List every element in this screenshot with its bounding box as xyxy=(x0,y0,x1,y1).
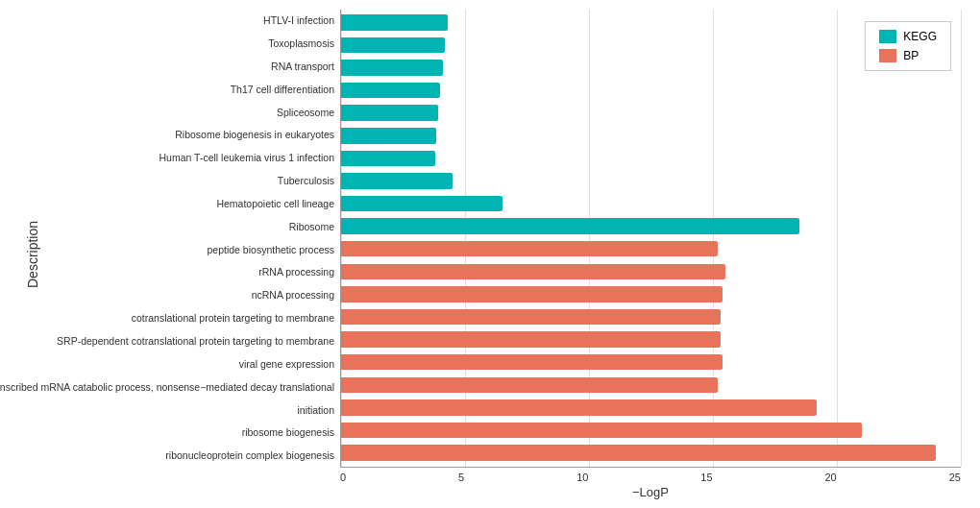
legend: KEGGBP xyxy=(865,21,951,71)
legend-color-box xyxy=(879,30,896,43)
y-label: rRNA processing xyxy=(258,267,334,278)
y-label: HTLV-I infection xyxy=(263,15,334,26)
legend-color-box xyxy=(879,49,896,62)
x-tick: 0 xyxy=(340,472,346,483)
bar-row xyxy=(341,79,961,102)
legend-label: BP xyxy=(903,49,919,62)
bar-bp xyxy=(341,423,862,439)
chart-area: HTLV-I infectionToxoplasmosisRNA transpo… xyxy=(42,10,961,468)
bar-row xyxy=(341,305,961,328)
y-label: ribosome biogenesis xyxy=(242,427,334,438)
bar-bp xyxy=(341,241,718,257)
grid-line xyxy=(961,10,962,467)
y-label: Human T-cell leukemia virus 1 infection xyxy=(159,153,334,163)
x-ticks: 0510152025 xyxy=(340,472,961,483)
x-tick: 20 xyxy=(825,472,837,483)
bar-row xyxy=(341,260,961,283)
bar-row xyxy=(341,192,961,215)
y-label: peptide biosynthetic process xyxy=(208,245,335,255)
y-label: Ribosome biogenesis in eukaryotes xyxy=(175,130,334,140)
x-tick: 5 xyxy=(458,472,464,483)
x-tick: 25 xyxy=(949,472,961,483)
y-label: viral gene expression xyxy=(239,359,334,370)
y-label: RNA transport xyxy=(271,61,334,72)
y-label: initiation xyxy=(297,405,334,416)
bar-bp xyxy=(341,331,721,348)
bar-row xyxy=(341,419,961,442)
bar-bp xyxy=(341,399,817,416)
bar-kegg xyxy=(341,196,502,212)
bar-bp xyxy=(341,354,723,371)
y-label: SRP-dependent cotranslational protein ta… xyxy=(57,336,334,347)
x-tick: 15 xyxy=(700,472,712,483)
y-labels: HTLV-I infectionToxoplasmosisRNA transpo… xyxy=(42,10,340,468)
y-label: cotranslational protein targeting to mem… xyxy=(132,313,334,324)
bar-row xyxy=(341,374,961,397)
bar-bp xyxy=(341,309,721,326)
y-axis-label: Description xyxy=(19,10,42,499)
bar-row xyxy=(341,147,961,170)
bar-row xyxy=(341,442,961,465)
bar-kegg xyxy=(341,60,443,76)
chart-inner: HTLV-I infectionToxoplasmosisRNA transpo… xyxy=(42,10,961,499)
y-label: Ribosome xyxy=(289,222,334,232)
bars-container xyxy=(341,10,961,467)
y-label: Hematopoietic cell lineage xyxy=(216,199,334,209)
legend-item: BP xyxy=(879,49,937,62)
bar-row xyxy=(341,397,961,420)
chart-container: Description HTLV-I infectionToxoplasmosi… xyxy=(19,10,961,499)
legend-item: KEGG xyxy=(879,30,937,43)
y-label: Spliceosome xyxy=(277,108,334,118)
legend-label: KEGG xyxy=(903,30,937,43)
bar-kegg xyxy=(341,173,453,189)
y-label: nuclear−transcribed mRNA catabolic proce… xyxy=(0,382,334,393)
bar-kegg xyxy=(341,105,438,121)
bar-row xyxy=(341,124,961,147)
bar-kegg xyxy=(341,83,440,99)
bar-bp xyxy=(341,377,718,394)
y-label: Toxoplasmosis xyxy=(268,38,334,49)
bar-kegg xyxy=(341,14,448,31)
plot-area: KEGGBP xyxy=(340,10,961,468)
x-tick: 10 xyxy=(576,472,588,483)
x-axis: 0510152025 xyxy=(42,468,961,483)
bar-bp xyxy=(341,264,725,280)
bar-kegg xyxy=(341,151,435,167)
x-axis-label: −LogP xyxy=(42,483,961,499)
bar-row xyxy=(341,351,961,374)
y-label: Th17 cell differentiation xyxy=(231,85,334,95)
bar-row xyxy=(341,237,961,260)
y-label: Tuberculosis xyxy=(278,176,334,186)
bar-kegg xyxy=(341,218,799,234)
y-label: ribonucleoprotein complex biogenesis xyxy=(165,450,334,461)
bar-kegg xyxy=(341,37,445,54)
bar-bp xyxy=(341,286,723,302)
y-label: ncRNA processing xyxy=(252,290,334,301)
bar-row xyxy=(341,215,961,238)
bar-row xyxy=(341,328,961,351)
bar-row xyxy=(341,170,961,193)
bar-kegg xyxy=(341,128,436,144)
bar-row xyxy=(341,102,961,125)
bar-bp xyxy=(341,445,936,461)
bar-row xyxy=(341,283,961,306)
